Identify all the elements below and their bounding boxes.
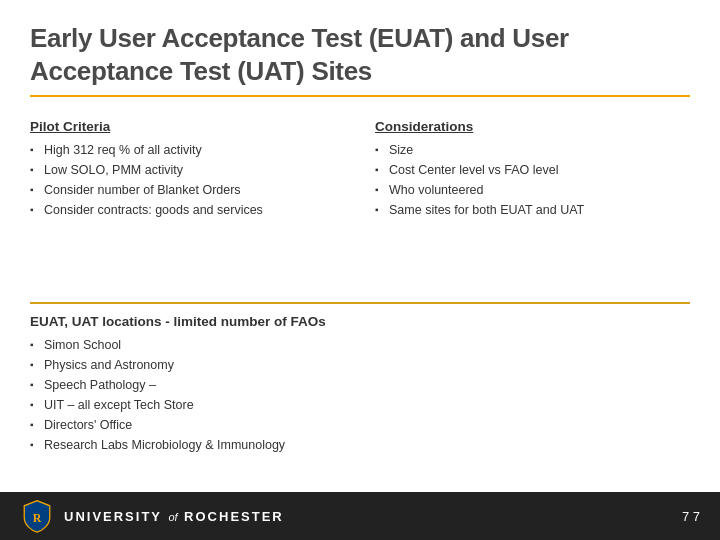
locations-header: EUAT, UAT locations - limited number of … [30, 314, 690, 329]
page-title: Early User Acceptance Test (EUAT) and Us… [30, 22, 690, 87]
list-item: Same sites for both EUAT and UAT [375, 200, 690, 220]
right-column: Considerations Size Cost Center level vs… [365, 119, 690, 290]
considerations-header: Considerations [375, 119, 690, 134]
locations-list: Simon School Physics and Astronomy Speec… [30, 335, 690, 455]
title-line2: Acceptance Test (UAT) Sites [30, 56, 372, 86]
section-divider [30, 302, 690, 304]
list-item: Consider number of Blanket Orders [30, 180, 345, 200]
content-area: Pilot Criteria High 312 req % of all act… [0, 107, 720, 290]
list-item: Physics and Astronomy [30, 355, 690, 375]
list-item: Consider contracts: goods and services [30, 200, 345, 220]
footer-logo: R UNIVERSITY of ROCHESTER [20, 499, 284, 533]
current-page: 7 [682, 509, 689, 524]
list-item: Simon School [30, 335, 690, 355]
bottom-section: EUAT, UAT locations - limited number of … [0, 314, 720, 493]
of-text: of [168, 511, 177, 523]
footer-university-name: UNIVERSITY of ROCHESTER [64, 507, 284, 525]
considerations-list: Size Cost Center level vs FAO level Who … [375, 140, 690, 220]
pilot-criteria-header: Pilot Criteria [30, 119, 345, 134]
list-item: Directors' Office [30, 415, 690, 435]
list-item: Who volunteered [375, 180, 690, 200]
rochester-text: ROCHESTER [184, 509, 284, 524]
list-item: Research Labs Microbiology & Immunology [30, 435, 690, 455]
list-item: High 312 req % of all activity [30, 140, 345, 160]
university-shield-icon: R [20, 499, 54, 533]
list-item: Cost Center level vs FAO level [375, 160, 690, 180]
footer: R UNIVERSITY of ROCHESTER 7 7 [0, 492, 720, 540]
title-area: Early User Acceptance Test (EUAT) and Us… [0, 0, 720, 107]
list-item: Speech Pathology – [30, 375, 690, 395]
total-pages: 7 [693, 509, 700, 524]
title-line1: Early User Acceptance Test (EUAT) and Us… [30, 23, 569, 53]
page-number: 7 7 [682, 509, 700, 524]
university-text: UNIVERSITY [64, 509, 162, 524]
list-item: Size [375, 140, 690, 160]
svg-text:R: R [33, 511, 42, 525]
list-item: UIT – all except Tech Store [30, 395, 690, 415]
title-underline [30, 95, 690, 97]
list-item: Low SOLO, PMM activity [30, 160, 345, 180]
slide: Early User Acceptance Test (EUAT) and Us… [0, 0, 720, 540]
pilot-criteria-list: High 312 req % of all activity Low SOLO,… [30, 140, 345, 220]
left-column: Pilot Criteria High 312 req % of all act… [30, 119, 365, 290]
